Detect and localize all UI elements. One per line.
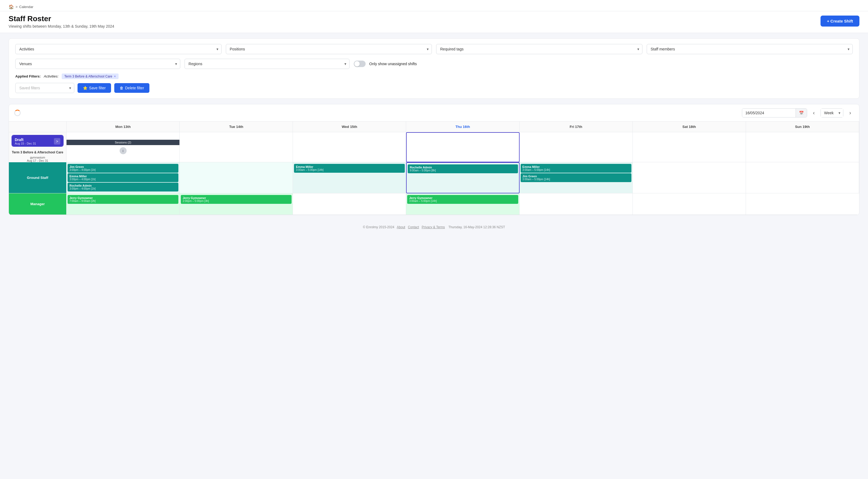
sessions-thu-cell[interactable] [406, 132, 519, 162]
next-week-button[interactable]: › [846, 108, 854, 118]
positions-filter[interactable]: Positions [226, 44, 432, 54]
save-filter-button[interactable]: ⭐ Save filter [78, 83, 111, 93]
draft-panel: Draft Aug 15 - Dec 31 > [11, 135, 64, 147]
draft-panel-arrow-button[interactable]: > [54, 138, 60, 145]
shift-card[interactable]: Rochelle Admin 3:00pm – 4:00pm [1h] [68, 183, 178, 191]
date-input[interactable] [742, 108, 796, 117]
delete-filter-label: Delete filter [125, 86, 144, 90]
remove-filter-tag-button[interactable]: × [114, 74, 116, 78]
saved-filters-select[interactable]: Saved filters [15, 83, 74, 93]
footer: © Enrolmy 2015-2024 About Contact Privac… [0, 220, 868, 234]
shift-card[interactable]: Rochelle Admin 9:00am – 5:00pm [8h] [408, 164, 518, 173]
col-header-mon: Mon 13th [66, 122, 180, 132]
manager-role-cell: Manager [9, 193, 66, 215]
unassigned-toggle-row: Only show unassigned shifts [354, 58, 684, 70]
col-header-wed: Wed 15th [293, 122, 406, 132]
ground-thu-cell[interactable]: Rochelle Admin 9:00am – 5:00pm [8h] [406, 162, 519, 193]
applied-filters-label: Applied Filters: [15, 74, 41, 78]
view-select[interactable]: Day Week Month [821, 108, 843, 117]
col-header-fri: Fri 17th [520, 122, 633, 132]
sessions-wed-cell[interactable] [293, 132, 406, 162]
ground-sat-cell[interactable] [633, 162, 746, 193]
shift-card[interactable]: Jim Green 3:00pm – 4:00pm [1h] [68, 164, 178, 173]
col-header-empty [9, 122, 66, 132]
manager-label: Manager [30, 202, 44, 206]
create-shift-button[interactable]: + Create Shift [820, 15, 860, 27]
manager-thu-cell[interactable]: Jerry Gymowner 3:00am – 5:00pm [14h] [406, 193, 519, 215]
breadcrumb-current: Calendar [19, 5, 34, 9]
filter-tag-text: Term 3 Before & Afterschool Care [64, 74, 113, 78]
date-picker-wrap[interactable]: 📅 [742, 108, 807, 118]
col-header-thu: Thu 16th [406, 122, 519, 132]
shift-card[interactable]: Emma Miller 3:00am – 5:00pm [14h] [521, 164, 631, 173]
manager-tue-cell[interactable]: Jerry Gymowner 2:00pm – 5:00pm [3h] [180, 193, 293, 215]
footer-about-link[interactable]: About [397, 225, 405, 229]
sessions-bar: Sessions (2) [66, 140, 180, 145]
info-icon-mon[interactable]: i [120, 147, 127, 154]
save-filter-label: Save filter [89, 86, 106, 90]
toggle-label: Only show unassigned shifts [369, 62, 417, 66]
staff-members-select[interactable]: Staff members [647, 44, 853, 54]
page-title: Staff Roster [8, 14, 114, 23]
positions-select[interactable]: Positions [226, 44, 432, 54]
activity-dates-label: Aug 17 - Dec 31 [9, 159, 66, 162]
manager-sun-cell[interactable] [746, 193, 859, 215]
loading-spinner [14, 110, 21, 116]
shift-card[interactable]: Jerry Gymowner 3:00am – 5:00pm [14h] [407, 195, 518, 204]
draft-panel-title: Draft [15, 137, 36, 142]
regions-filter[interactable]: Regions [185, 59, 349, 69]
shift-card[interactable]: Jerry Gymowner 2:00pm – 5:00pm [3h] [181, 195, 291, 204]
prev-week-button[interactable]: ‹ [810, 108, 817, 118]
venues-select[interactable]: Venues [15, 59, 180, 69]
manager-wed-cell[interactable] [293, 193, 406, 215]
calendar-toolbar: 📅 ‹ Day Week Month › [9, 104, 859, 122]
sessions-sun-cell[interactable] [746, 132, 859, 162]
footer-timestamp: Thursday, 16-May-2024 12:28:36 NZST [448, 225, 505, 229]
required-tags-filter[interactable]: Required tags [436, 44, 643, 54]
shift-card[interactable]: Jim Green 3:00am – 5:00pm [14h] [521, 173, 631, 182]
home-icon[interactable]: 🏠 [8, 4, 14, 9]
activities-filter-label: Activities: [44, 74, 59, 78]
breadcrumb-separator: > [16, 5, 18, 9]
manager-sat-cell[interactable] [633, 193, 746, 215]
sessions-mon-cell[interactable]: Sessions (2) i [66, 132, 180, 162]
ground-wed-cell[interactable]: Emma Miller 3:00am – 5:00pm [14h] [293, 162, 406, 193]
sessions-sat-cell[interactable] [633, 132, 746, 162]
ground-sun-cell[interactable] [746, 162, 859, 193]
sessions-fri-cell[interactable] [520, 132, 633, 162]
regions-select[interactable]: Regions [185, 59, 349, 69]
manager-fri-cell[interactable] [520, 193, 633, 215]
activities-select[interactable]: Activities [15, 44, 222, 54]
side-draft-activity: Draft Aug 15 - Dec 31 > Term 3 Before & … [9, 132, 66, 162]
shift-card[interactable]: Emma Miller 3:00pm – 4:00pm [1h] [68, 173, 178, 182]
saved-filters-dropdown[interactable]: Saved filters [15, 83, 74, 93]
view-select-wrap[interactable]: Day Week Month [820, 108, 843, 118]
unassigned-toggle[interactable] [354, 61, 366, 67]
sessions-tue-cell[interactable] [180, 132, 293, 162]
venues-filter[interactable]: Venues [15, 59, 180, 69]
shift-card[interactable]: Jerry Gymowner 7:00am – 9:00am [2h] [68, 195, 178, 204]
applied-filters-section: Applied Filters: Activities: Term 3 Befo… [15, 73, 853, 79]
activity-venue-label: gymnasium [9, 156, 66, 159]
required-tags-select[interactable]: Required tags [436, 44, 643, 54]
ground-mon-cell[interactable]: Jim Green 3:00pm – 4:00pm [1h] Emma Mill… [66, 162, 180, 193]
calendar-icon[interactable]: 📅 [796, 108, 807, 117]
col-header-tue: Tue 14th [180, 122, 293, 132]
footer-contact-link[interactable]: Contact [408, 225, 419, 229]
manager-mon-cell[interactable]: Jerry Gymowner 7:00am – 9:00am [2h] [66, 193, 180, 215]
delete-filter-trash-icon: 🗑 [120, 86, 123, 90]
ground-fri-cell[interactable]: Emma Miller 3:00am – 5:00pm [14h] Jim Gr… [520, 162, 633, 193]
footer-privacy-link[interactable]: Privacy & Terms [422, 225, 445, 229]
filter-actions-row: Saved filters ⭐ Save filter 🗑 Delete fil… [15, 83, 853, 93]
delete-filter-button[interactable]: 🗑 Delete filter [114, 83, 149, 93]
staff-members-filter[interactable]: Staff members [647, 44, 853, 54]
col-header-sun: Sun 19th [746, 122, 859, 132]
col-header-sat: Sat 18th [633, 122, 746, 132]
footer-copyright: © Enrolmy 2015-2024 [363, 225, 394, 229]
ground-tue-cell[interactable] [180, 162, 293, 193]
shift-card[interactable]: Emma Miller 3:00am – 5:00pm [14h] [294, 164, 405, 173]
toggle-knob [354, 61, 360, 66]
active-filter-tag[interactable]: Term 3 Before & Afterschool Care × [62, 73, 119, 79]
activities-filter[interactable]: Activities [15, 44, 222, 54]
draft-panel-header: Draft Aug 15 - Dec 31 > [12, 135, 63, 146]
